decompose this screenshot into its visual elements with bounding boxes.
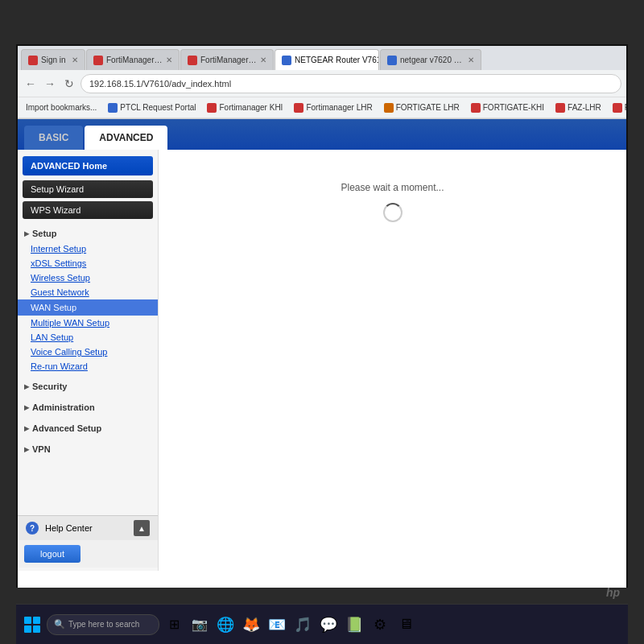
router-main-content: ADVANCED Home Setup Wizard WPS Wizard Se… (18, 150, 626, 571)
help-center-bar: ? Help Center ▲ (18, 515, 158, 540)
sidebar-rerun[interactable]: Re-run Wizard (18, 359, 158, 374)
bookmark-faz-khi[interactable]: FAZ-KHI (609, 101, 626, 114)
sidebar-section-vpn: VPN (18, 441, 158, 457)
tab-basic[interactable]: BASIC (24, 126, 83, 150)
bookmark-fortigate-lhr[interactable]: FORTIGATE LHR (381, 101, 463, 114)
taskbar: 🔍 Type here to search ⊞ 📷 🌐 🦊 📧 🎵 💬 📗 ⚙ … (16, 604, 628, 644)
bookmarks-bar: Import bookmarks... PTCL Request Portal … (18, 97, 626, 118)
bookmark-fortilhr[interactable]: Fortimanager LHR (291, 101, 375, 114)
tab-netgear[interactable]: NETGEAR Router V7610 ✕ (275, 49, 379, 70)
bookmark-faz-lhr-icon (555, 103, 565, 113)
sidebar-multiple-wan[interactable]: Multiple WAN Setup (18, 316, 158, 330)
sidebar-xdsl[interactable]: xDSL Settings (18, 256, 158, 270)
sidebar-internet-setup[interactable]: Internet Setup (18, 242, 158, 256)
tab-label-forti1: FortiManager-VM64: None (106, 56, 163, 64)
sidebar: ADVANCED Home Setup Wizard WPS Wizard Se… (18, 150, 159, 571)
logout-button[interactable]: logout (24, 545, 80, 563)
tab-favicon-netgear2 (387, 56, 397, 65)
tab-basic-label: BASIC (39, 132, 68, 143)
tab-label-netgear2: netgear v7620 rotuer firm... (400, 56, 464, 64)
bookmark-faz-khi-icon (613, 103, 622, 113)
sidebar-voice[interactable]: Voice Calling Setup (18, 345, 158, 359)
search-bar[interactable]: 🔍 Type here to search (47, 614, 159, 635)
tab-close-forti2[interactable]: ✕ (260, 56, 266, 64)
tab-label-signin: Sign in (41, 56, 66, 64)
taskbar-teams[interactable]: 💬 (317, 613, 340, 636)
bookmark-fortilhr-label: Fortimanager LHR (306, 103, 372, 112)
main-panel: Please wait a moment... (159, 150, 626, 571)
tab-label-netgear: NETGEAR Router V7610 (295, 56, 379, 64)
tab-sign-in[interactable]: Sign in ✕ (21, 49, 85, 70)
sidebar-setup-wizard[interactable]: Setup Wizard (23, 180, 153, 198)
tab-label-forti2: FortiManager-VM64: None (200, 56, 257, 64)
search-placeholder: Type here to search (68, 620, 139, 629)
sidebar-lan[interactable]: LAN Setup (18, 330, 158, 345)
forward-button[interactable]: → (42, 76, 58, 92)
sidebar-setup-header[interactable]: Setup (18, 225, 158, 242)
bookmark-faz-lhr[interactable]: FAZ-LHR (552, 101, 605, 114)
taskbar-excel[interactable]: 📗 (343, 613, 365, 636)
tab-close-signin[interactable]: ✕ (72, 56, 78, 64)
help-icon: ? (26, 522, 39, 535)
taskbar-mail[interactable]: 📧 (266, 613, 288, 636)
bookmark-fortigate-khi-label: FORTIGATE-KHI (483, 103, 544, 112)
taskbar-task-view[interactable]: ⊞ (163, 613, 185, 636)
bookmark-fortikhi[interactable]: Fortimanager KHI (204, 101, 286, 114)
bookmark-import-label: Import bookmarks... (26, 103, 97, 112)
tab-forti2[interactable]: FortiManager-VM64: None ✕ (180, 49, 274, 70)
tab-favicon-signin (28, 56, 38, 65)
tab-close-netgear2[interactable]: ✕ (468, 56, 474, 64)
tab-favicon-netgear (282, 56, 291, 65)
loading-spinner (383, 203, 402, 222)
sidebar-section-advanced: Advanced Setup (18, 420, 158, 436)
tab-forti1[interactable]: FortiManager-VM64: None ✕ (86, 49, 180, 70)
bookmark-import[interactable]: Import bookmarks... (23, 101, 100, 114)
sidebar-advanced-header[interactable]: Advanced Setup (18, 420, 158, 436)
router-ui: BASIC ADVANCED ADVANCED Home Setup Wizar… (18, 119, 626, 571)
bookmark-fortilhr-icon (294, 103, 303, 113)
sidebar-advanced-home[interactable]: ADVANCED Home (23, 156, 153, 175)
tab-netgear2[interactable]: netgear v7620 rotuer firm... ✕ (380, 49, 481, 70)
start-button[interactable] (21, 613, 43, 636)
bookmark-fortigate-lhr-label: FORTIGATE LHR (396, 103, 460, 112)
hp-logo: hp (606, 586, 620, 599)
address-input[interactable]: 192.168.15.1/V7610/adv_index.html (80, 74, 621, 93)
bookmark-faz-lhr-label: FAZ-LHR (568, 103, 601, 112)
sidebar-security-header[interactable]: Security (18, 378, 158, 394)
help-center-label: Help Center (45, 523, 93, 533)
tab-bar: Sign in ✕ FortiManager-VM64: None ✕ Fort… (18, 46, 626, 70)
sidebar-vpn-header[interactable]: VPN (18, 441, 158, 457)
bookmark-fortigate-khi[interactable]: FORTIGATE-KHI (468, 101, 547, 114)
taskbar-settings[interactable]: ⚙ (369, 613, 391, 636)
tab-close-forti1[interactable]: ✕ (166, 56, 172, 64)
bookmark-faz-khi-label: FAZ-KHI (625, 103, 626, 112)
reload-button[interactable]: ↻ (61, 76, 77, 92)
bookmark-ptcl-label: PTCL Request Portal (120, 103, 196, 112)
sidebar-wireless[interactable]: Wireless Setup (18, 270, 158, 285)
windows-icon (24, 617, 40, 633)
tab-favicon-forti2 (188, 56, 197, 65)
bookmark-fortigate-khi-icon (471, 103, 481, 113)
search-icon: 🔍 (54, 619, 65, 630)
router-header: BASIC ADVANCED (18, 119, 626, 150)
bookmark-fortikhi-icon (207, 103, 217, 113)
sidebar-wps-wizard[interactable]: WPS Wizard (23, 201, 153, 219)
sidebar-guest[interactable]: Guest Network (18, 285, 158, 299)
tab-advanced-label: ADVANCED (99, 132, 153, 143)
taskbar-camera[interactable]: 📷 (188, 613, 211, 636)
address-bar-row: ← → ↻ 192.168.15.1/V7610/adv_index.html (18, 70, 626, 97)
back-button[interactable]: ← (23, 76, 39, 92)
bookmark-ptcl-icon (108, 103, 118, 113)
taskbar-spotify[interactable]: 🎵 (291, 613, 314, 636)
taskbar-store[interactable]: 🖥 (394, 613, 417, 636)
sidebar-wan-setup[interactable]: WAN Setup (18, 299, 158, 316)
sidebar-admin-header[interactable]: Administration (18, 399, 158, 415)
sidebar-section-security: Security (18, 378, 158, 394)
taskbar-chrome[interactable]: 🌐 (214, 613, 237, 636)
tab-advanced[interactable]: ADVANCED (85, 126, 167, 150)
taskbar-firefox[interactable]: 🦊 (240, 613, 262, 636)
bookmark-ptcl[interactable]: PTCL Request Portal (105, 101, 199, 114)
laptop-frame: Sign in ✕ FortiManager-VM64: None ✕ Fort… (0, 0, 644, 644)
screen: Sign in ✕ FortiManager-VM64: None ✕ Fort… (16, 44, 628, 592)
help-chevron-icon[interactable]: ▲ (134, 520, 150, 536)
